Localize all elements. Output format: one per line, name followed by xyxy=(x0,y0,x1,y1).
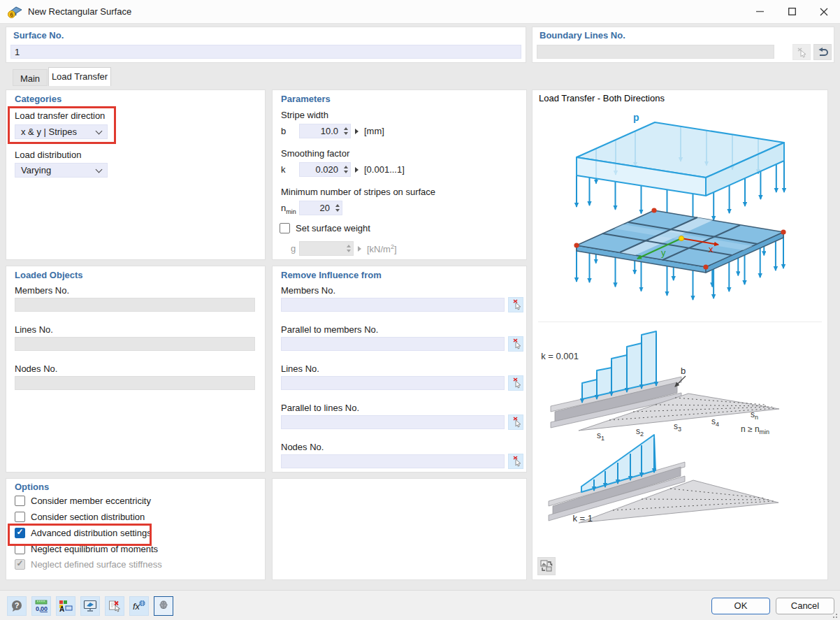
set-surface-weight-row[interactable]: Set surface weight xyxy=(280,223,370,233)
delete-selection-button[interactable] xyxy=(105,596,124,616)
close-button[interactable] xyxy=(808,0,840,23)
categories-panel: Categories Load transfer direction x & y… xyxy=(6,89,266,260)
ri-lines-input[interactable] xyxy=(281,376,505,390)
deselect-parallel-lines-button[interactable] xyxy=(508,414,523,430)
ri-nodes-input[interactable] xyxy=(281,454,505,468)
ri-parallel-lines-input[interactable] xyxy=(281,415,505,429)
option-member-eccentricity[interactable]: Consider member eccentricity xyxy=(15,496,151,506)
ok-button[interactable]: OK xyxy=(711,598,770,614)
svg-text:00: 00 xyxy=(41,605,48,612)
display-properties-button[interactable]: A xyxy=(56,596,75,616)
footer-bar: ? 0, 00 A xyxy=(0,590,840,620)
resize-grip[interactable] xyxy=(832,612,837,618)
option-neglect-stiffness: Neglect defined surface stiffness xyxy=(15,559,162,570)
smoothing-factor-input[interactable]: 0.020 xyxy=(299,162,351,177)
show-in-graphic-button[interactable] xyxy=(80,596,100,616)
toggle-graphic-button[interactable] xyxy=(537,557,556,575)
close-icon xyxy=(820,8,828,16)
option-section-distribution[interactable]: Consider section distribution xyxy=(15,512,145,522)
load-transfer-direction-select[interactable]: x & y | Stripes xyxy=(15,124,108,139)
new-rectangular-surface-dialog: { "window": {"title": "New Rectangular S… xyxy=(0,0,840,620)
deselect-pointer-icon xyxy=(511,417,521,428)
stripe-width-label: Stripe width xyxy=(281,110,328,120)
smoothing-factor-symbol: k xyxy=(281,164,286,175)
pick-boundary-lines-button[interactable] xyxy=(792,44,811,60)
spinner-icon[interactable] xyxy=(344,166,348,173)
deselect-nodes-button[interactable] xyxy=(508,454,523,469)
min-stripes-label: Minimum number of stripes on surface xyxy=(281,187,435,197)
stripe-width-symbol: b xyxy=(281,126,286,136)
min-stripes-symbol: nmin xyxy=(281,203,296,215)
remove-influence-title: Remove Influence from xyxy=(281,270,382,280)
ri-members-input[interactable] xyxy=(281,298,505,312)
illustration-panel: Load Transfer - Both Directions p xyxy=(532,89,828,580)
ri-parallel-members-label: Parallel to members No. xyxy=(281,324,378,335)
checkbox-icon[interactable] xyxy=(15,528,25,538)
stripe-label-s2: s2 xyxy=(636,426,644,438)
remove-influence-panel: Remove Influence from Members No. Parall… xyxy=(272,266,527,473)
checkbox-icon[interactable] xyxy=(15,544,25,554)
spinner-icon[interactable] xyxy=(335,204,340,212)
empty-panel xyxy=(272,478,527,580)
ri-lines-label: Lines No. xyxy=(281,363,319,374)
detail-arrow-icon[interactable] xyxy=(355,167,359,173)
stripe-label-s1: s1 xyxy=(597,431,604,442)
formula-icon: fx xyxy=(132,600,146,612)
ai-assistant-button[interactable] xyxy=(154,596,173,616)
stripe-label-s4: s4 xyxy=(711,417,719,428)
minimize-button[interactable] xyxy=(744,0,776,23)
deselect-parallel-members-button[interactable] xyxy=(508,336,523,352)
revert-boundary-lines-button[interactable] xyxy=(813,44,832,60)
options-title: Options xyxy=(15,482,49,492)
help-icon: ? xyxy=(10,600,23,612)
p-load-label: p xyxy=(633,112,639,123)
ri-parallel-members-input[interactable] xyxy=(281,337,505,351)
deselect-members-button[interactable] xyxy=(508,297,523,312)
checkbox-icon[interactable] xyxy=(15,512,25,522)
y-axis-label: y xyxy=(661,247,666,258)
members-no-input[interactable] xyxy=(15,298,255,312)
both-directions-diagram: p x y xyxy=(538,106,823,319)
loaded-objects-panel: Loaded Objects Members No. Lines No. Nod… xyxy=(6,266,266,473)
svg-text:?: ? xyxy=(15,601,20,610)
help-button[interactable]: ? xyxy=(7,596,27,616)
option-neglect-equilibrium[interactable]: Neglect equilibrium of moments xyxy=(15,544,158,554)
boundary-lines-label: Boundary Lines No. xyxy=(540,30,625,41)
divider xyxy=(538,322,822,322)
detail-arrow-icon[interactable] xyxy=(355,129,359,134)
tab-load-transfer[interactable]: Load Transfer xyxy=(48,67,111,86)
surface-weight-symbol: g xyxy=(291,243,296,254)
window-title: New Rectangular Surface xyxy=(28,6,131,17)
lines-no-input[interactable] xyxy=(15,337,255,351)
spinner-icon[interactable] xyxy=(344,127,348,135)
x-axis-label: x xyxy=(709,244,714,254)
min-stripes-input[interactable]: 20 xyxy=(299,201,342,215)
checkbox-icon[interactable] xyxy=(15,496,25,506)
tab-main[interactable]: Main xyxy=(13,69,48,86)
formula-button[interactable]: fx xyxy=(129,596,149,616)
set-surface-weight-checkbox[interactable] xyxy=(280,223,290,233)
detail-arrow-icon xyxy=(358,246,361,252)
nodes-no-input[interactable] xyxy=(15,376,255,390)
cancel-button[interactable]: Cancel xyxy=(776,598,834,614)
maximize-button[interactable] xyxy=(776,0,808,23)
units-ruler-icon: 0, 00 xyxy=(34,600,48,612)
boundary-lines-input[interactable] xyxy=(537,45,774,59)
parameters-title: Parameters xyxy=(281,94,331,104)
load-distribution-select[interactable]: Varying xyxy=(15,163,108,178)
option-advanced-distribution[interactable]: Advanced distribution settings xyxy=(15,528,152,538)
boundary-lines-panel: Boundary Lines No. xyxy=(532,27,834,63)
spinner-icon xyxy=(347,245,351,252)
load-distribution-label: Load distribution xyxy=(15,150,81,160)
smoothing-factor-label: Smoothing factor xyxy=(281,148,349,159)
deselect-lines-button[interactable] xyxy=(508,375,523,391)
loaded-objects-title: Loaded Objects xyxy=(15,270,83,280)
svg-text:A: A xyxy=(59,605,64,612)
illustration-title: Load Transfer - Both Directions xyxy=(539,93,665,103)
surface-weight-input[interactable] xyxy=(299,241,354,256)
surface-no-input[interactable]: 1 xyxy=(10,45,521,59)
stripe-width-input[interactable]: 10.0 xyxy=(299,124,351,138)
parameters-panel: Parameters Stripe width b 10.0 [mm] Smoo… xyxy=(272,89,527,260)
units-decimal-places-button[interactable]: 0, 00 xyxy=(31,596,51,616)
svg-text:fx: fx xyxy=(133,601,140,612)
